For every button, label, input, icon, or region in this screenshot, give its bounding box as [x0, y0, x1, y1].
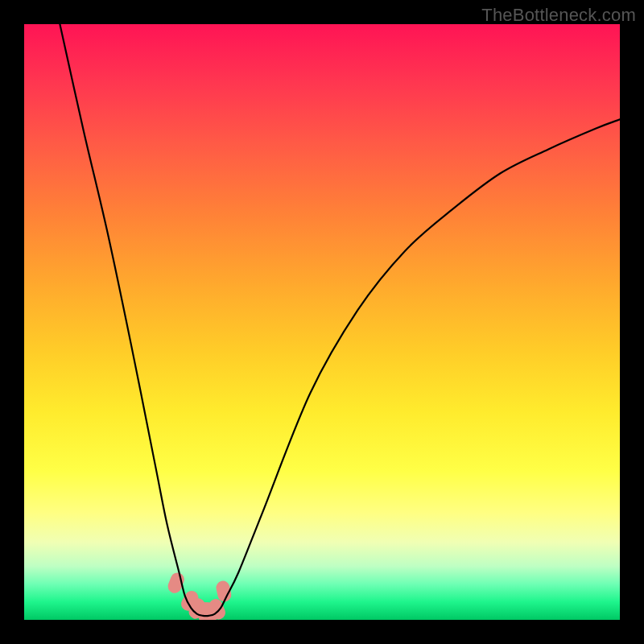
highlight-markers — [166, 571, 233, 620]
plot-area — [24, 24, 620, 620]
watermark-text: TheBottleneck.com — [481, 5, 636, 26]
chart-container: TheBottleneck.com — [0, 0, 644, 644]
bottleneck-curve-line — [60, 24, 620, 616]
chart-svg — [24, 24, 620, 620]
